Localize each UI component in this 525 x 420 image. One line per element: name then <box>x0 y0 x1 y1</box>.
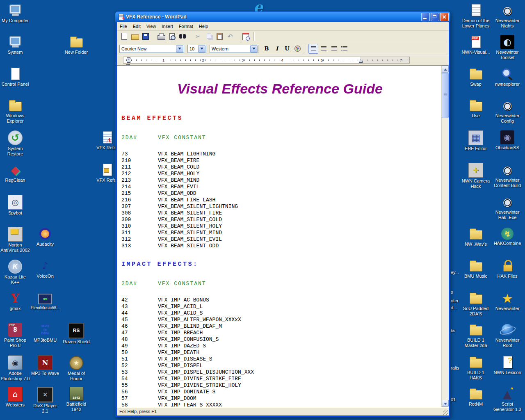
menu-help[interactable]: Help <box>196 24 211 29</box>
desktop-icon-hakcombine[interactable]: ↯HAKCombine <box>493 227 522 246</box>
paste-button[interactable] <box>215 32 224 41</box>
desktop-icon-new-folder[interactable]: New Folder <box>62 35 91 55</box>
chevron-down-icon[interactable] <box>198 45 205 52</box>
desktop-icon-paint-shop-pro-8[interactable]: 8Paint Shop Pro 8 <box>0 323 30 348</box>
cut-button[interactable]: ✂ <box>193 32 203 41</box>
font-size-select[interactable]: 10 <box>187 45 206 53</box>
desktop-icon-voiceon[interactable]: ♪VoiceOn <box>30 259 60 279</box>
desktop-icon-label: Control Panel <box>0 82 30 87</box>
menu-edit[interactable]: Edit <box>130 24 144 29</box>
datetime-button[interactable] <box>241 32 251 41</box>
desktop-icon-my-computer[interactable]: My Computer <box>0 3 30 23</box>
vertical-scrollbar[interactable] <box>441 66 449 407</box>
align-right-button[interactable] <box>329 44 339 54</box>
desktop-icon-swap[interactable]: Swap <box>461 67 491 87</box>
desktop-icon-system[interactable]: ✓System <box>0 35 30 55</box>
underline-button[interactable]: U <box>282 44 292 54</box>
resize-grip[interactable] <box>443 410 448 415</box>
desktop-icon-sou-padded-2da-s[interactable]: SoU Padded 2DA'S <box>461 291 491 317</box>
script-select[interactable]: Western <box>210 45 258 53</box>
copy-button[interactable] <box>204 32 214 41</box>
row-vfx-constant: VFX_BEAM_SILENT_LIGHTNING <box>158 203 238 210</box>
desktop-icon-spybot[interactable]: ◎Spybot <box>0 195 30 216</box>
new-button[interactable] <box>119 32 129 41</box>
desktop-icon-bmu-music[interactable]: BMU Music <box>461 259 491 279</box>
desktop-icon-label: Nevewinter Toolset <box>493 50 522 60</box>
desktop-icon-hak-files[interactable]: HAK Files <box>493 259 522 279</box>
desktop-icon-fleximusicw[interactable]: ≈FlexiMusicW... <box>30 291 60 310</box>
italic-button[interactable]: I <box>272 44 282 54</box>
scroll-up-button[interactable] <box>442 66 449 73</box>
chevron-down-icon[interactable] <box>250 45 258 52</box>
menu-format[interactable]: Format <box>176 24 196 29</box>
undo-button[interactable]: ↶ <box>225 32 235 41</box>
desktop-icon-regclean[interactable]: ◆RegClean <box>0 163 30 183</box>
table-row: 309VFX_BEAM_SILENT_COLD <box>121 217 438 223</box>
desktop-icon-battlefield-1942[interactable]: 1942Battlefield 1942 <box>62 387 91 412</box>
close-button[interactable] <box>440 13 449 21</box>
desktop-icon-obsidianss[interactable]: ◉ObsidianSS <box>493 130 522 151</box>
desktop-icon-gmax[interactable]: Υgmax <box>0 291 30 311</box>
minimize-button[interactable] <box>421 13 430 21</box>
desktop-icon-neverwinter[interactable]: ★Neverwinter <box>493 291 522 311</box>
desktop-icon-neverwinter-nights[interactable]: ◉Neverwinter Nights <box>493 3 522 29</box>
save-button[interactable] <box>141 32 151 41</box>
preview-button[interactable] <box>167 32 177 41</box>
desktop-icon-nwn-camera-hack[interactable]: +NWN Camera Hack <box>461 163 491 189</box>
row-vfx-constant: VFX_BEAM_HOLY <box>158 171 199 177</box>
desktop-icon-neverwinter-root[interactable]: Neverwinter Root <box>493 323 522 348</box>
desktop-icon-neverwinter-config[interactable]: ◉Neverwinter Config <box>493 98 522 124</box>
desktop-icon-use[interactable]: Use <box>461 98 491 119</box>
desktop-icon-nwn-lexicon[interactable]: NWN Lexicon <box>493 355 522 375</box>
desktop-icon-erf-editor[interactable]: ▦ERF Editor <box>461 130 491 151</box>
desktop-icon-nwn-visual[interactable]: NWN-Visual... <box>461 35 491 55</box>
desktop-icon-demon-of-the-lower-planes[interactable]: Demon of the Lower Planes <box>461 3 491 29</box>
desktop-icon-kazaa-lite-k[interactable]: KKazaa Lite K++ <box>0 259 30 285</box>
chevron-down-icon[interactable] <box>176 45 183 52</box>
row-2da-number: 73 <box>121 151 158 158</box>
scrollbar-thumb[interactable] <box>442 73 449 118</box>
desktop-icon-neverwinter-hak-exe[interactable]: ◉Neverwinter Hak .Exe <box>493 195 522 220</box>
desktop-icon-medal-of-honor[interactable]: ★Medal of Honor <box>62 355 91 381</box>
desktop-icon-mp3-to-wave[interactable]: NMP3 To Wave <box>30 355 60 376</box>
desktop-icon-system-restore[interactable]: ↺System Restore <box>0 130 30 157</box>
menu-file[interactable]: File <box>117 24 130 29</box>
hanging-indent-marker[interactable] <box>127 59 130 63</box>
desktop-icon-norton-antivirus-2002[interactable]: Norton AntiVirus 2002 <box>0 227 30 253</box>
bullets-button[interactable] <box>339 44 349 54</box>
print-button[interactable] <box>156 32 166 41</box>
desktop-icon-control-panel[interactable]: ✓Control Panel <box>0 67 30 87</box>
scroll-down-button[interactable] <box>442 400 449 407</box>
open-button[interactable] <box>130 32 140 41</box>
menu-view[interactable]: View <box>144 24 159 29</box>
title-bar[interactable]: VFX Reference - WordPad <box>115 11 450 22</box>
desktop-icon-build-1-haks[interactable]: BUILD 1 HAKS <box>461 355 491 381</box>
desktop-icon-nw-wav-s[interactable]: NW .Wav's <box>461 227 491 247</box>
desktop-icon-script-generator-1-3[interactable]: ▲Script Generator 1.3 <box>493 387 522 412</box>
desktop-icon-raven-shield[interactable]: RSRaven Shield <box>62 323 91 345</box>
desktop-icon-build-1-master-2da[interactable]: BUILD 1 Master 2da <box>461 323 491 348</box>
desktop-icon-nevewinter-toolset[interactable]: ◐Nevewinter Toolset <box>493 35 522 60</box>
desktop-icon-adobe-photoshop-7-0[interactable]: ◉Adobe Photoshop 7.0 <box>0 355 30 381</box>
align-center-button[interactable] <box>319 44 329 54</box>
desktop-icon-label: NWN Lexicon <box>493 370 522 375</box>
desktop-icon-label: SoU Padded 2DA'S <box>461 306 491 317</box>
desktop-icon-neverwinter-content-build[interactable]: ◉Neverwinter Content Build <box>493 163 522 188</box>
font-family-select[interactable]: Courier New <box>119 45 184 53</box>
magnifier-icon <box>500 67 514 81</box>
desktop-icon-nwnexplorer[interactable]: nwnexplorer <box>493 67 522 87</box>
document-page[interactable]: Visual Effects Reference Guide BEAM EFFE… <box>117 66 442 407</box>
table-row: 213VFX_BEAM_MIND <box>121 177 438 184</box>
desktop-icon-websters[interactable]: ⌂Websters <box>0 387 30 408</box>
desktop-icon-rotnm[interactable]: RotNM <box>461 387 491 407</box>
menu-insert[interactable]: Insert <box>159 24 176 29</box>
font-color-button[interactable] <box>292 44 302 54</box>
find-button[interactable] <box>178 32 187 41</box>
desktop-icon-windows-explorer[interactable]: Windows Explorer <box>0 98 30 124</box>
desktop-icon-audacity[interactable]: Audacity <box>30 227 60 247</box>
desktop-icon-divx-player-2-1[interactable]: ×DivX Player 2.1 <box>30 387 60 414</box>
maximize-button[interactable] <box>431 13 439 21</box>
bold-button[interactable]: B <box>262 44 272 54</box>
align-left-button[interactable] <box>308 44 318 54</box>
desktop-icon-mp3tobmu[interactable]: MP3 to BMUMP3toBMU <box>30 323 60 343</box>
